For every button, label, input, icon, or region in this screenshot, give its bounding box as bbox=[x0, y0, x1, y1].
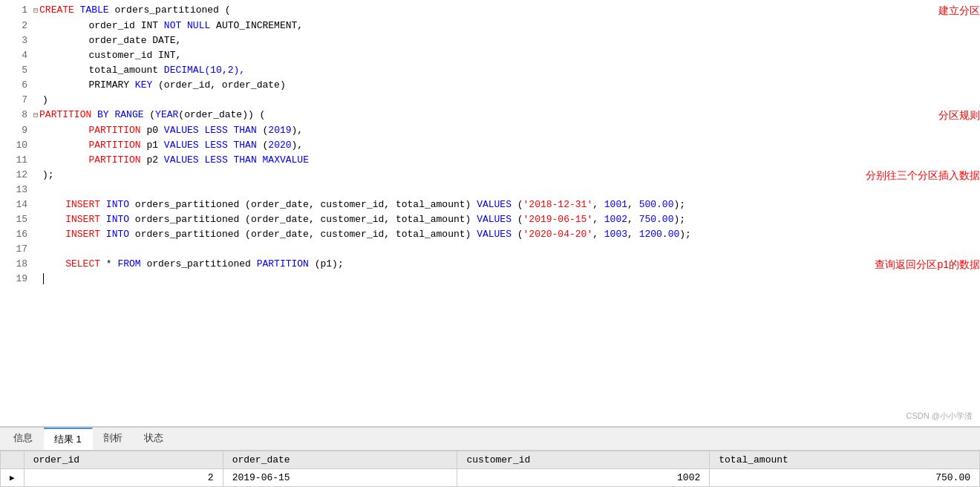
code-line: 16 INSERT INTO orders_partitioned (order… bbox=[0, 227, 980, 242]
code-segment: INTO bbox=[106, 199, 129, 210]
code-segment: 2019 bbox=[268, 125, 291, 136]
code-segment: VALUES bbox=[164, 140, 199, 151]
code-segment: ( bbox=[512, 199, 523, 210]
code-segment bbox=[228, 140, 234, 151]
code-segment: 1200.00 bbox=[639, 229, 680, 240]
code-segment: NULL bbox=[187, 20, 210, 31]
tab-信息[interactable]: 信息 bbox=[3, 428, 44, 450]
code-segment: ); bbox=[679, 229, 691, 240]
line-annotation-insert: 分别往三个分区插入数据 bbox=[866, 168, 980, 183]
code-segment: ); bbox=[673, 214, 685, 225]
code-segment: PARTITION bbox=[88, 154, 140, 166]
code-segment: PARTITION bbox=[88, 125, 140, 136]
line-number: 17 bbox=[0, 242, 33, 257]
code-segment: THAN bbox=[234, 154, 257, 166]
code-segment: 1002 bbox=[604, 214, 627, 225]
indent bbox=[42, 79, 88, 91]
table-cell-order_id: 2 bbox=[24, 469, 223, 487]
code-line: 5 total_amount DECIMAL(10,2), bbox=[0, 63, 980, 78]
line-content: order_date DATE, bbox=[33, 33, 980, 48]
collapse-icon[interactable]: ⊟ bbox=[33, 108, 38, 123]
code-segment: '2018-12-31' bbox=[523, 199, 593, 210]
line-number: 3 bbox=[0, 33, 33, 48]
code-line: 12);分别往三个分区插入数据 bbox=[0, 168, 980, 183]
code-segment: customer_id INT, bbox=[88, 50, 181, 61]
code-segment: INTO bbox=[106, 229, 129, 240]
code-segment: AUTO_INCREMENT, bbox=[210, 20, 303, 31]
code-segment: ( bbox=[144, 109, 156, 120]
tab-结果 1[interactable]: 结果 1 bbox=[44, 428, 93, 450]
line-content: ⊟CREATE TABLE orders_partitioned ( bbox=[33, 3, 924, 19]
code-segment: PARTITION bbox=[257, 258, 309, 269]
code-segment: p1 bbox=[141, 140, 164, 151]
line-content: total_amount DECIMAL(10,2), bbox=[33, 63, 980, 78]
code-segment: INSERT bbox=[65, 229, 100, 240]
code-line: 3 order_date DATE, bbox=[0, 33, 980, 48]
tab-剖析[interactable]: 剖析 bbox=[93, 428, 134, 450]
code-segment: '2019-06-15' bbox=[523, 214, 593, 225]
code-segment: (order_date)) ( bbox=[178, 109, 265, 120]
code-segment bbox=[74, 4, 80, 16]
code-segment: , bbox=[592, 199, 604, 210]
code-segment: , bbox=[627, 199, 639, 210]
code-segment: INTO bbox=[106, 214, 129, 225]
line-number: 13 bbox=[0, 183, 33, 197]
code-segment: orders_partitioned (order_date, customer… bbox=[129, 214, 477, 225]
code-segment: THAN bbox=[234, 140, 257, 151]
line-content: PARTITION p2 VALUES LESS THAN MAXVALUE bbox=[33, 153, 980, 168]
code-segment: 500.00 bbox=[639, 199, 674, 210]
tab-状态[interactable]: 状态 bbox=[134, 428, 174, 450]
line-content: ) bbox=[33, 93, 980, 108]
code-line: 10 PARTITION p1 VALUES LESS THAN (2020), bbox=[0, 138, 980, 153]
code-segment: 1001 bbox=[604, 199, 627, 210]
line-content: PARTITION p1 VALUES LESS THAN (2020), bbox=[33, 138, 980, 153]
tabs-bar: 信息结果 1剖析状态 bbox=[0, 428, 980, 451]
code-segment: PARTITION bbox=[39, 109, 91, 120]
code-line: 17 bbox=[0, 242, 980, 257]
code-segment: , bbox=[592, 229, 604, 240]
code-segment: BY bbox=[97, 109, 109, 120]
code-line: 15 INSERT INTO orders_partitioned (order… bbox=[0, 212, 980, 227]
line-number: 6 bbox=[0, 78, 33, 93]
collapse-icon[interactable]: ⊟ bbox=[33, 4, 38, 19]
indent bbox=[42, 154, 88, 166]
code-segment: , bbox=[627, 229, 639, 240]
line-content: ⊟PARTITION BY RANGE (YEAR(order_date)) ( bbox=[33, 108, 924, 123]
code-segment: INSERT bbox=[65, 214, 100, 225]
line-number: 2 bbox=[0, 19, 33, 33]
line-content bbox=[33, 183, 980, 197]
code-segment bbox=[91, 109, 97, 120]
line-content: INSERT INTO orders_partitioned (order_da… bbox=[33, 197, 980, 212]
code-editor: 1⊟CREATE TABLE orders_partitioned (建立分区2… bbox=[0, 0, 980, 427]
code-segment: ); bbox=[673, 199, 685, 210]
line-number: 12 bbox=[0, 168, 33, 183]
code-segment bbox=[100, 199, 106, 210]
code-segment: '2020-04-20' bbox=[523, 229, 593, 240]
code-line: 1⊟CREATE TABLE orders_partitioned (建立分区 bbox=[0, 3, 980, 19]
indent bbox=[42, 214, 65, 225]
code-segment: 1003 bbox=[604, 229, 627, 240]
code-segment: LESS bbox=[204, 125, 227, 136]
line-number: 16 bbox=[0, 227, 33, 242]
code-segment: ( bbox=[512, 214, 523, 225]
code-segment bbox=[228, 125, 234, 136]
line-number: 7 bbox=[0, 93, 33, 108]
code-segment: 2 bbox=[228, 65, 234, 76]
line-content: INSERT INTO orders_partitioned (order_da… bbox=[33, 212, 980, 227]
line-annotation: 分区规则 bbox=[938, 108, 980, 122]
code-line: 2 order_id INT NOT NULL AUTO_INCREMENT, bbox=[0, 19, 980, 33]
line-content: ); bbox=[33, 168, 717, 183]
code-segment: order_id INT bbox=[88, 20, 163, 31]
table-cell-total_amount: 750.00 bbox=[710, 469, 980, 487]
code-segment: , bbox=[592, 214, 604, 225]
line-number: 5 bbox=[0, 63, 33, 78]
code-segment: , bbox=[222, 65, 228, 76]
table-header: order_date bbox=[223, 451, 457, 469]
code-segment: orders_partitioned bbox=[141, 258, 257, 269]
code-segment: order_date DATE, bbox=[88, 35, 181, 46]
code-segment: , bbox=[627, 214, 639, 225]
code-segment: PARTITION bbox=[88, 140, 140, 151]
code-line: 14 INSERT INTO orders_partitioned (order… bbox=[0, 197, 980, 212]
line-content: PARTITION p0 VALUES LESS THAN (2019), bbox=[33, 123, 980, 138]
code-segment: KEY bbox=[135, 79, 152, 91]
